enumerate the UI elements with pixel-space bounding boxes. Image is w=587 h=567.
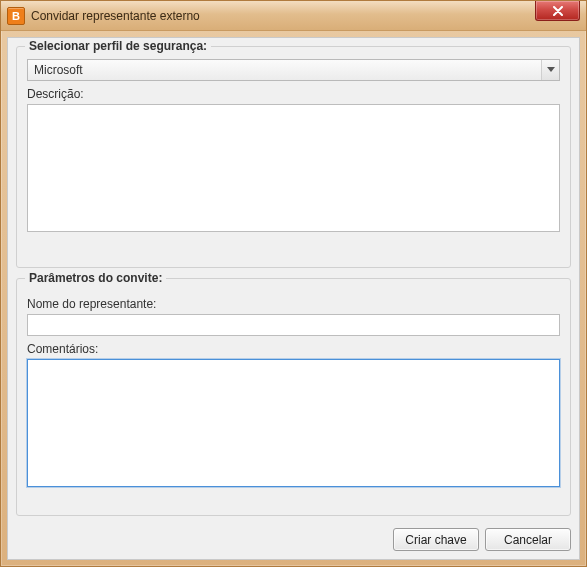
cancel-button[interactable]: Cancelar bbox=[485, 528, 571, 551]
close-icon bbox=[553, 6, 563, 16]
group-invite-params: Parâmetros do convite: Nome do represent… bbox=[16, 278, 571, 516]
rep-name-label: Nome do representante: bbox=[27, 297, 560, 311]
security-profile-combo[interactable]: Microsoft bbox=[27, 59, 560, 81]
combo-dropdown-button[interactable] bbox=[541, 60, 559, 80]
dialog-window: B Convidar representante externo Selecio… bbox=[0, 0, 587, 567]
group-invite-legend: Parâmetros do convite: bbox=[25, 271, 166, 285]
group-security-profile: Selecionar perfil de segurança: Microsof… bbox=[16, 46, 571, 268]
group-security-legend: Selecionar perfil de segurança: bbox=[25, 39, 211, 53]
rep-name-input[interactable] bbox=[27, 314, 560, 336]
description-label: Descrição: bbox=[27, 87, 560, 101]
comments-label: Comentários: bbox=[27, 342, 560, 356]
title-bar: B Convidar representante externo bbox=[1, 1, 586, 31]
create-key-button[interactable]: Criar chave bbox=[393, 528, 479, 551]
close-button[interactable] bbox=[535, 1, 580, 21]
button-row: Criar chave Cancelar bbox=[16, 518, 571, 551]
comments-textarea[interactable] bbox=[27, 359, 560, 487]
app-icon-letter: B bbox=[12, 10, 20, 22]
chevron-down-icon bbox=[547, 67, 555, 73]
client-area: Selecionar perfil de segurança: Microsof… bbox=[7, 37, 580, 560]
window-title: Convidar representante externo bbox=[31, 9, 200, 23]
security-profile-selected: Microsoft bbox=[34, 63, 83, 77]
description-textarea[interactable] bbox=[27, 104, 560, 232]
app-icon: B bbox=[7, 7, 25, 25]
